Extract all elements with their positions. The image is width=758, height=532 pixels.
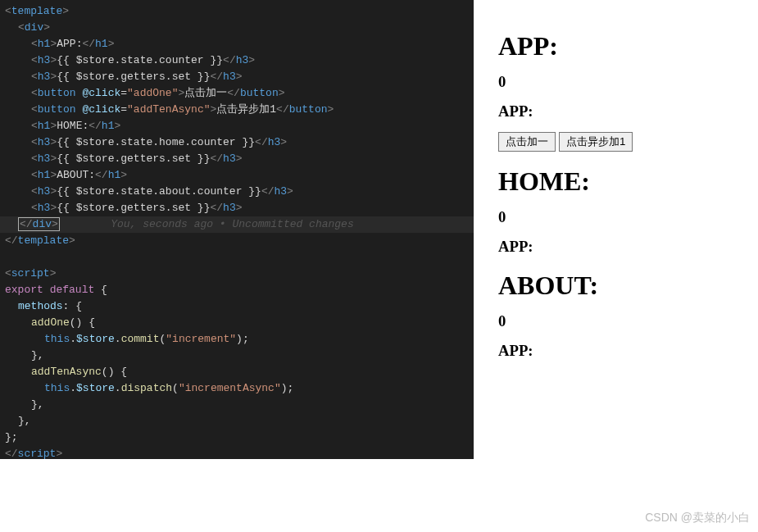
code-line [0,249,474,266]
code-line: <h3>{{ $store.getters.set }}</h3> [0,151,474,167]
code-line: addTenAsync() { [0,364,474,380]
code-line-active: </div> You, seconds ago • Uncommitted ch… [0,216,474,233]
home-set-value: APP: [498,238,733,256]
code-line: <h3>{{ $store.state.about.counter }}</h3… [0,184,474,200]
code-line: }, [0,413,474,430]
add-ten-async-button[interactable]: 点击异步加1 [559,132,633,152]
button-row: 点击加一点击异步加1 [498,132,733,152]
watermark: CSDN @卖菜的小白 [645,511,750,525]
code-line: <h3>{{ $store.state.counter }}</h3> [0,52,474,69]
gitlens-annotation: You, seconds ago • Uncommitted changes [111,218,353,230]
code-line: </script> [0,446,474,459]
code-line: <h1>HOME:</h1> [0,118,474,134]
code-line: this.$store.commit("increment"); [0,331,474,348]
code-line: }; [0,430,474,446]
home-counter-value: 0 [498,208,733,226]
code-line: <h1>ABOUT:</h1> [0,167,474,184]
app-heading: APP: [498,31,733,61]
app-set-value: APP: [498,102,733,120]
code-line: <h3>{{ $store.getters.set }}</h3> [0,69,474,85]
code-line: <script> [0,266,474,282]
add-one-button[interactable]: 点击加一 [498,132,556,152]
home-heading: HOME: [498,166,733,197]
code-line: <button @click="addTenAsync">点击异步加1</but… [0,102,474,118]
code-line: methods: { [0,298,474,315]
about-counter-value: 0 [498,312,733,330]
code-line: <h3>{{ $store.getters.set }}</h3> [0,200,474,216]
code-line: <h3>{{ $store.state.home.counter }}</h3> [0,134,474,151]
code-line: }, [0,348,474,364]
code-editor[interactable]: <template> <div> <h1>APP:</h1> <h3>{{ $s… [0,0,474,459]
code-line: <h1>APP:</h1> [0,36,474,52]
code-line: <div> [0,20,474,36]
code-line: this.$store.dispatch("incrementAsync"); [0,380,474,397]
about-heading: ABOUT: [498,271,733,301]
code-line: addOne() { [0,315,474,331]
code-line: }, [0,397,474,413]
code-line: export default { [0,282,474,298]
code-line: </template> [0,233,474,249]
code-line: <template> [0,3,474,20]
about-set-value: APP: [498,342,733,360]
preview-pane: APP: 0 APP: 点击加一点击异步加1 HOME: 0 APP: ABOU… [474,0,758,532]
app-counter-value: 0 [498,73,733,91]
code-line: <button @click="addOne">点击加一</button> [0,85,474,102]
